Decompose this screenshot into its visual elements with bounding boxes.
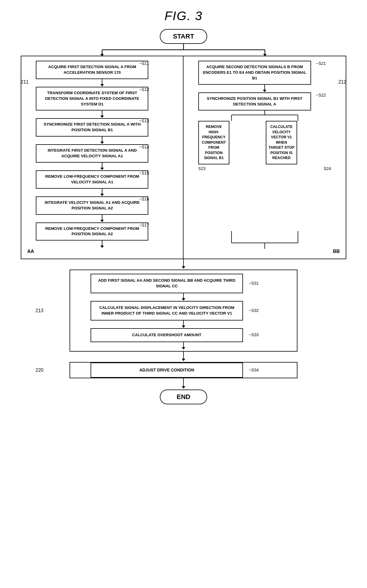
step-s31: ADD FIRST SIGNAL AA AND SECOND SIGNAL BB… [91,274,243,293]
end-node: END [160,390,207,404]
label-220: 220 [36,368,44,373]
s11-label: ~S11 [139,61,149,67]
s14-label: ~S14 [139,144,149,150]
s22-split-svg [198,110,331,121]
aa-label: AA [27,249,34,254]
left-column: ACQUIRE FIRST DETECTION SIGNAL A FROM AC… [21,56,184,259]
step-s33: CALCULATE OVERSHOOT AMOUNT ~S33 [91,328,243,342]
s17-label: ~S17 [139,222,149,228]
start-node: START [160,29,207,44]
s33-label: ~S33 [249,332,259,338]
step-s12: TRANSFORM COORDINATE SYSTEM OF FIRST DET… [36,87,148,111]
adjust-drive-box: ADJUST DRIVE CONDITION ~S34 [70,362,297,379]
start-arrow-svg [21,44,346,56]
step-s14: INTEGRATE FIRST DETECTION SIGNAL A AND A… [36,144,148,163]
s15-label: ~S15 [139,170,149,176]
step-s13: SYNCHRONIZE FIRST DETECTION SIGNAL A WIT… [36,118,148,137]
page-title: FIG. 3 [21,0,346,23]
s24-label: S24 [266,166,331,171]
step-s17: REMOVE LOW-FREQUENCY COMPONENT FROM POSI… [36,222,148,241]
s13-label: ~S13 [139,118,149,124]
label-213: 213 [36,308,44,313]
bb-label: BB [333,249,340,254]
s23-label: S23 [198,166,263,171]
s22-label: ~S22 [316,92,326,98]
main-flow-box: ACQUIRE FIRST DETECTION SIGNAL A FROM AC… [21,56,346,259]
s32-label: ~S32 [249,308,259,314]
step-s15: REMOVE LOW-FREQUENCY COMPONENT FROM VELO… [36,170,148,189]
s12-label: ~S12 [139,87,149,93]
step-s32: CALCULATE SIGNAL DISPLACEMENT IN VELOCIT… [91,301,243,321]
step-s24: CALCULATE VELOCITY VECTOR V1 WHEN TARGET… [266,121,297,164]
s31-label: ~S31 [249,281,259,286]
s34-label: ~S34 [249,367,259,373]
s16-label: ~S16 [139,196,149,202]
right-converge-svg [198,231,331,249]
step-s22: SYNCHRONIZE POSITION SIGNAL B1 WITH FIRS… [198,92,311,111]
step-s21: ACQUIRE SECOND DETECTION SIGNALS B FROM … [198,61,311,85]
step-s16: INTEGRATE VELOCITY SIGNAL A1 AND ACQUIRE… [36,196,148,215]
step-s11: ACQUIRE FIRST DETECTION SIGNAL A FROM AC… [36,61,148,79]
step-s34: ADJUST DRIVE CONDITION ~S34 [91,363,243,378]
right-column: ACQUIRE SECOND DETECTION SIGNALS B FROM … [184,56,346,259]
bottom-flow-box: ADD FIRST SIGNAL AA AND SECOND SIGNAL BB… [70,270,297,351]
s21-label: ~S21 [316,61,326,67]
step-s23: REMOVE HIGH-FREQUENCY COMPONENT FROM POS… [198,121,230,164]
